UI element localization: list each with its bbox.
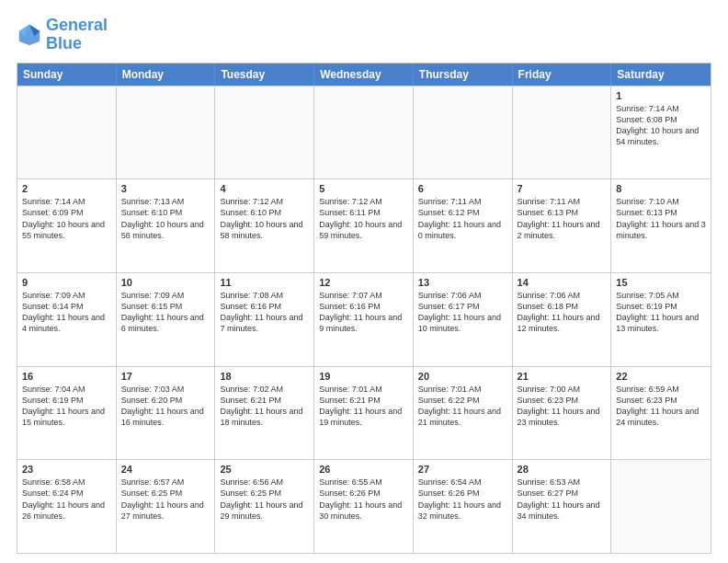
- day-info: Sunrise: 6:54 AMSunset: 6:26 PMDaylight:…: [418, 477, 507, 522]
- calendar-cell: 15Sunrise: 7:05 AMSunset: 6:19 PMDayligh…: [611, 273, 711, 366]
- day-info: Sunrise: 7:00 AMSunset: 6:23 PMDaylight:…: [518, 384, 607, 429]
- day-info: Sunrise: 7:04 AMSunset: 6:19 PMDaylight:…: [22, 384, 111, 429]
- day-number: 20: [418, 371, 507, 382]
- logo: GeneralBlue: [17, 17, 108, 53]
- day-number: 1: [616, 90, 706, 101]
- day-number: 19: [319, 371, 408, 382]
- calendar-cell: 4Sunrise: 7:12 AMSunset: 6:10 PMDaylight…: [215, 179, 314, 272]
- calendar-cell: 9Sunrise: 7:09 AMSunset: 6:14 PMDaylight…: [17, 273, 117, 366]
- calendar-cell: 7Sunrise: 7:11 AMSunset: 6:13 PMDaylight…: [513, 179, 612, 272]
- weekday-header-tuesday: Tuesday: [215, 63, 314, 86]
- day-number: 10: [121, 277, 210, 288]
- calendar-cell: [117, 86, 216, 179]
- day-info: Sunrise: 6:59 AMSunset: 6:23 PMDaylight:…: [616, 384, 706, 429]
- day-number: 16: [22, 371, 111, 382]
- day-info: Sunrise: 7:02 AMSunset: 6:21 PMDaylight:…: [220, 384, 309, 429]
- day-info: Sunrise: 7:07 AMSunset: 6:16 PMDaylight:…: [319, 290, 408, 335]
- day-number: 5: [319, 183, 408, 194]
- calendar-cell: 11Sunrise: 7:08 AMSunset: 6:16 PMDayligh…: [215, 273, 314, 366]
- calendar-cell: [611, 460, 711, 553]
- day-info: Sunrise: 7:06 AMSunset: 6:17 PMDaylight:…: [418, 290, 507, 335]
- day-number: 24: [121, 464, 210, 475]
- calendar-cell: 21Sunrise: 7:00 AMSunset: 6:23 PMDayligh…: [513, 367, 612, 460]
- day-info: Sunrise: 6:58 AMSunset: 6:24 PMDaylight:…: [22, 477, 111, 522]
- weekday-header-friday: Friday: [513, 63, 612, 86]
- calendar-cell: 23Sunrise: 6:58 AMSunset: 6:24 PMDayligh…: [17, 460, 117, 553]
- day-info: Sunrise: 6:57 AMSunset: 6:25 PMDaylight:…: [121, 477, 210, 522]
- calendar-cell: [414, 86, 513, 179]
- day-number: 21: [518, 371, 607, 382]
- day-number: 28: [518, 464, 607, 475]
- day-info: Sunrise: 7:12 AMSunset: 6:10 PMDaylight:…: [220, 196, 309, 241]
- day-number: 17: [121, 371, 210, 382]
- day-number: 2: [22, 183, 111, 194]
- calendar-body: 1Sunrise: 7:14 AMSunset: 6:08 PMDaylight…: [17, 86, 711, 553]
- calendar-cell: 24Sunrise: 6:57 AMSunset: 6:25 PMDayligh…: [117, 460, 216, 553]
- calendar-cell: 5Sunrise: 7:12 AMSunset: 6:11 PMDaylight…: [314, 179, 414, 272]
- day-number: 12: [319, 277, 408, 288]
- calendar-cell: 14Sunrise: 7:06 AMSunset: 6:18 PMDayligh…: [513, 273, 612, 366]
- calendar-cell: [215, 86, 314, 179]
- day-info: Sunrise: 7:12 AMSunset: 6:11 PMDaylight:…: [319, 196, 408, 241]
- svg-marker-0: [19, 25, 40, 45]
- day-number: 23: [22, 464, 111, 475]
- calendar-cell: 22Sunrise: 6:59 AMSunset: 6:23 PMDayligh…: [611, 367, 711, 460]
- logo-icon: [17, 22, 42, 48]
- day-info: Sunrise: 7:06 AMSunset: 6:18 PMDaylight:…: [518, 290, 607, 335]
- day-number: 6: [418, 183, 507, 194]
- day-info: Sunrise: 7:14 AMSunset: 6:09 PMDaylight:…: [22, 196, 111, 241]
- calendar-row-0: 1Sunrise: 7:14 AMSunset: 6:08 PMDaylight…: [17, 86, 711, 179]
- calendar-row-1: 2Sunrise: 7:14 AMSunset: 6:09 PMDaylight…: [17, 178, 711, 272]
- day-info: Sunrise: 7:08 AMSunset: 6:16 PMDaylight:…: [220, 290, 309, 335]
- calendar-cell: 17Sunrise: 7:03 AMSunset: 6:20 PMDayligh…: [117, 367, 216, 460]
- calendar-cell: 25Sunrise: 6:56 AMSunset: 6:25 PMDayligh…: [215, 460, 314, 553]
- calendar-cell: 8Sunrise: 7:10 AMSunset: 6:13 PMDaylight…: [611, 179, 711, 272]
- weekday-header-monday: Monday: [117, 63, 216, 86]
- day-number: 15: [616, 277, 706, 288]
- day-info: Sunrise: 7:09 AMSunset: 6:14 PMDaylight:…: [22, 290, 111, 335]
- weekday-header-saturday: Saturday: [611, 63, 711, 86]
- day-number: 13: [418, 277, 507, 288]
- day-info: Sunrise: 7:01 AMSunset: 6:22 PMDaylight:…: [418, 384, 507, 429]
- logo-text: GeneralBlue: [46, 17, 108, 53]
- day-number: 11: [220, 277, 309, 288]
- header: GeneralBlue: [17, 17, 711, 53]
- calendar-cell: 18Sunrise: 7:02 AMSunset: 6:21 PMDayligh…: [215, 367, 314, 460]
- page: GeneralBlue SundayMondayTuesdayWednesday…: [0, 0, 728, 563]
- day-number: 22: [616, 371, 706, 382]
- calendar-cell: 16Sunrise: 7:04 AMSunset: 6:19 PMDayligh…: [17, 367, 117, 460]
- day-info: Sunrise: 6:55 AMSunset: 6:26 PMDaylight:…: [319, 477, 408, 522]
- calendar: SundayMondayTuesdayWednesdayThursdayFrid…: [17, 63, 711, 554]
- day-number: 14: [518, 277, 607, 288]
- day-number: 9: [22, 277, 111, 288]
- calendar-row-3: 16Sunrise: 7:04 AMSunset: 6:19 PMDayligh…: [17, 366, 711, 460]
- calendar-cell: 13Sunrise: 7:06 AMSunset: 6:17 PMDayligh…: [414, 273, 513, 366]
- weekday-header-sunday: Sunday: [17, 63, 117, 86]
- calendar-cell: 12Sunrise: 7:07 AMSunset: 6:16 PMDayligh…: [314, 273, 414, 366]
- day-info: Sunrise: 7:14 AMSunset: 6:08 PMDaylight:…: [616, 103, 706, 148]
- calendar-cell: 27Sunrise: 6:54 AMSunset: 6:26 PMDayligh…: [414, 460, 513, 553]
- calendar-cell: [17, 86, 117, 179]
- calendar-cell: 20Sunrise: 7:01 AMSunset: 6:22 PMDayligh…: [414, 367, 513, 460]
- calendar-cell: [513, 86, 612, 179]
- day-info: Sunrise: 7:11 AMSunset: 6:12 PMDaylight:…: [418, 196, 507, 241]
- day-number: 27: [418, 464, 507, 475]
- calendar-cell: 10Sunrise: 7:09 AMSunset: 6:15 PMDayligh…: [117, 273, 216, 366]
- day-info: Sunrise: 6:53 AMSunset: 6:27 PMDaylight:…: [518, 477, 607, 522]
- day-number: 7: [518, 183, 607, 194]
- calendar-cell: 26Sunrise: 6:55 AMSunset: 6:26 PMDayligh…: [314, 460, 414, 553]
- calendar-cell: 28Sunrise: 6:53 AMSunset: 6:27 PMDayligh…: [513, 460, 612, 553]
- day-number: 25: [220, 464, 309, 475]
- calendar-cell: 1Sunrise: 7:14 AMSunset: 6:08 PMDaylight…: [611, 86, 711, 179]
- day-number: 18: [220, 371, 309, 382]
- day-info: Sunrise: 7:10 AMSunset: 6:13 PMDaylight:…: [616, 196, 706, 241]
- day-info: Sunrise: 7:09 AMSunset: 6:15 PMDaylight:…: [121, 290, 210, 335]
- day-number: 4: [220, 183, 309, 194]
- calendar-header: SundayMondayTuesdayWednesdayThursdayFrid…: [17, 63, 711, 86]
- day-number: 8: [616, 183, 706, 194]
- weekday-header-wednesday: Wednesday: [314, 63, 414, 86]
- calendar-cell: 6Sunrise: 7:11 AMSunset: 6:12 PMDaylight…: [414, 179, 513, 272]
- weekday-header-thursday: Thursday: [414, 63, 513, 86]
- calendar-cell: 3Sunrise: 7:13 AMSunset: 6:10 PMDaylight…: [117, 179, 216, 272]
- calendar-row-4: 23Sunrise: 6:58 AMSunset: 6:24 PMDayligh…: [17, 459, 711, 553]
